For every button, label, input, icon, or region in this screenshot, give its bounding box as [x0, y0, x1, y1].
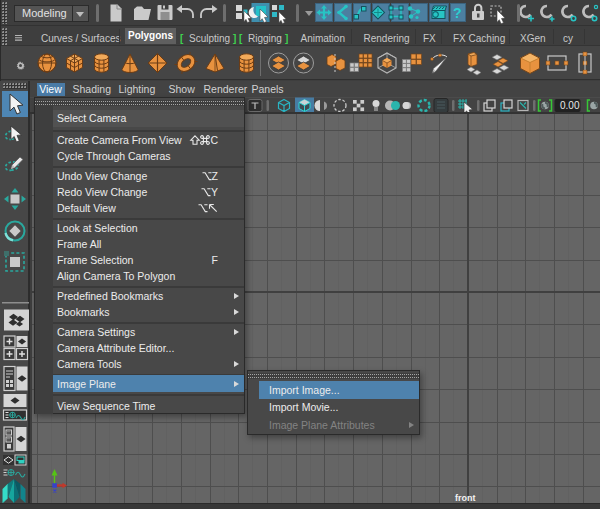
svg-text:?: ? [453, 5, 462, 21]
svg-text:0.00: 0.00 [560, 100, 580, 111]
